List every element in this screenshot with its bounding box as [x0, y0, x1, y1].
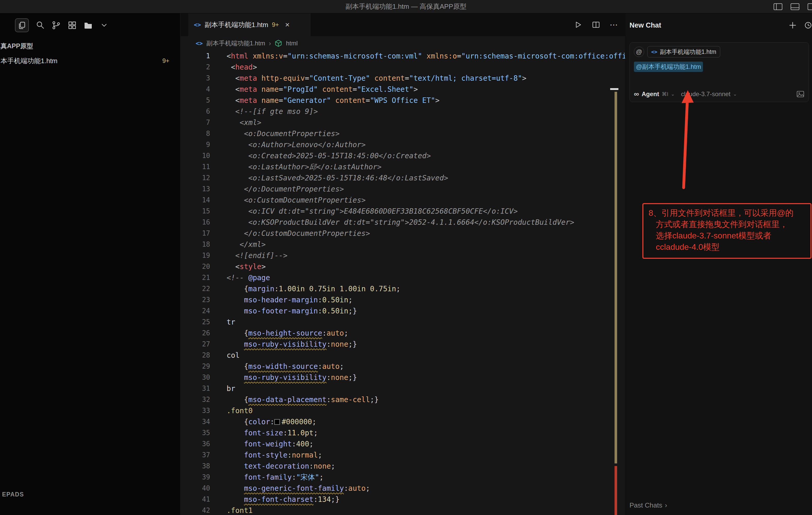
sidebar-section-label[interactable]: 真APP原型: [0, 42, 180, 50]
context-file-pill[interactable]: <> 副本手机端功能1.htm: [647, 46, 720, 57]
code-line[interactable]: 7 <xml>: [181, 117, 625, 128]
pill-file-name: 副本手机端功能1.htm: [660, 48, 716, 56]
agent-infinity-icon: ∞: [634, 90, 639, 98]
code-line[interactable]: 30 mso-ruby-visibility:none;}: [181, 372, 625, 383]
new-chat-plus-icon[interactable]: [788, 21, 797, 30]
code-line[interactable]: 10 <o:Created>2025-05-15T18:45:00</o:Cre…: [181, 150, 625, 161]
folder-icon[interactable]: [84, 21, 93, 30]
tab-title: 副本手机端功能1.htm: [205, 20, 268, 29]
code-line[interactable]: 6 <!--[if gte mso 9]>: [181, 106, 625, 117]
titlebar: 副本手机端功能1.htm — 高保真APP原型: [0, 0, 812, 13]
breadcrumb: <> 副本手机端功能1.htm › html: [181, 36, 625, 51]
code-line[interactable]: 5 <meta name="Generator" content="WPS Of…: [181, 95, 625, 106]
tab-modified-badge: 9+: [272, 21, 279, 28]
sidebar-toolbar: [0, 13, 180, 37]
explorer-copy-button[interactable]: [15, 18, 29, 32]
split-editor-icon[interactable]: [591, 20, 600, 29]
editor-group: <> 副本手机端功能1.htm 9+ × ⋯ <> 副本手机端功能1.htm ›…: [181, 13, 625, 515]
mention-row: @副本手机端功能1.htm: [634, 62, 805, 72]
code-line[interactable]: 28col: [181, 350, 625, 361]
attach-image-icon[interactable]: [796, 90, 805, 98]
file-modified-badge: 9+: [163, 57, 169, 64]
code-line[interactable]: 38 text-decoration:none;: [181, 461, 625, 472]
breadcrumb-file[interactable]: 副本手机端功能1.htm: [206, 39, 265, 48]
tab-active-file[interactable]: <> 副本手机端功能1.htm 9+ ×: [188, 13, 310, 36]
model-chevron-icon[interactable]: ⌄: [733, 91, 737, 97]
code-line[interactable]: 40 mso-generic-font-family:auto;: [181, 483, 625, 494]
code-line[interactable]: 13 </o:DocumentProperties>: [181, 183, 625, 195]
run-icon[interactable]: [574, 20, 582, 29]
sidebar-file-name: 本手机端功能1.htm: [1, 56, 57, 65]
code-line[interactable]: 15 <o:ICV dt:dt="string">E484E6860D0EF33…: [181, 206, 625, 217]
code-line[interactable]: 34 {color:#000000;: [181, 416, 625, 427]
git-branch-icon[interactable]: [52, 21, 61, 30]
copy-files-icon: [17, 21, 27, 30]
extensions-icon[interactable]: [67, 21, 77, 30]
code-line[interactable]: 27 mso-ruby-visibility:none;}: [181, 339, 625, 350]
code-line[interactable]: 4 <meta name="ProgId" content="Excel.She…: [181, 84, 625, 95]
breadcrumb-separator: ›: [269, 39, 271, 48]
code-line[interactable]: 23 mso-header-margin:0.50in;: [181, 294, 625, 306]
code-line[interactable]: 1<html xmlns:v="urn:schemas-microsoft-co…: [181, 51, 625, 62]
notepads-section-label[interactable]: EPADS: [2, 491, 24, 498]
search-icon[interactable]: [35, 21, 45, 30]
agent-mode-label[interactable]: Agent: [642, 90, 659, 98]
chat-input-box[interactable]: @ <> 副本手机端功能1.htm @副本手机端功能1.htm ∞ Agent …: [630, 42, 809, 102]
sidebar-file-item[interactable]: 本手机端功能1.htm 9+: [0, 54, 180, 68]
chevron-down-icon[interactable]: [99, 21, 109, 30]
code-editor[interactable]: 1<html xmlns:v="urn:schemas-microsoft-co…: [181, 51, 625, 515]
past-chats-link[interactable]: Past Chats ›: [630, 501, 667, 509]
code-line[interactable]: 8 <o:DocumentProperties>: [181, 128, 625, 139]
code-line[interactable]: 12 <o:LastSaved>2025-05-15T18:46:48</o:L…: [181, 172, 625, 183]
add-context-button[interactable]: @: [634, 47, 644, 57]
breadcrumb-symbol[interactable]: html: [286, 40, 297, 47]
code-line[interactable]: 32 {mso-data-placement:same-cell;}: [181, 394, 625, 405]
code-line[interactable]: 20 <style>: [181, 261, 625, 272]
code-line[interactable]: 42.font1: [181, 505, 625, 515]
code-lines: 1<html xmlns:v="urn:schemas-microsoft-co…: [181, 51, 625, 515]
code-line[interactable]: 9 <o:Author>Lenovo</o:Author>: [181, 139, 625, 150]
breadcrumb-file-icon: <>: [196, 40, 203, 47]
code-line[interactable]: 16 <o:KSOProductBuildVer dt:dt="string">…: [181, 217, 625, 228]
code-line[interactable]: 26 {mso-height-source:auto;: [181, 327, 625, 339]
code-line[interactable]: 25tr: [181, 317, 625, 327]
code-line[interactable]: 41 mso-font-charset:134;}: [181, 494, 625, 505]
minimap-cursor: [610, 88, 618, 90]
editor-actions: ⋯: [574, 13, 618, 36]
agent-row: ∞ Agent ⌘I ⌄ claude-3.7-sonnet ⌄: [634, 90, 805, 98]
overview-ruler-modified[interactable]: [614, 92, 617, 463]
tab-close-button[interactable]: ×: [285, 20, 290, 29]
html-symbol-icon: [274, 39, 282, 47]
file-mention-chip[interactable]: @副本手机端功能1.htm: [634, 62, 703, 72]
code-line[interactable]: 22 {margin:1.00in 0.75in 1.00in 0.75in;: [181, 283, 625, 294]
code-line[interactable]: 37 font-style:normal;: [181, 450, 625, 461]
toggle-panel-icon[interactable]: [773, 3, 783, 10]
code-line[interactable]: 18 </xml>: [181, 239, 625, 250]
toggle-layout-icon[interactable]: [790, 3, 800, 10]
code-line[interactable]: 35 font-size:11.0pt;: [181, 427, 625, 438]
code-line[interactable]: 33.font0: [181, 405, 625, 416]
agent-shortcut: ⌘I: [662, 91, 668, 97]
code-line[interactable]: 24 mso-footer-margin:0.50in;}: [181, 306, 625, 317]
code-line[interactable]: 31br: [181, 383, 625, 394]
window-title: 副本手机端功能1.htm — 高保真APP原型: [345, 2, 467, 11]
history-icon[interactable]: [804, 21, 812, 30]
code-line[interactable]: 19 <![endif]-->: [181, 250, 625, 261]
code-line[interactable]: 29 {mso-width-source:auto;: [181, 361, 625, 372]
window-controls: [773, 0, 812, 13]
more-actions-icon[interactable]: ⋯: [610, 20, 618, 30]
pill-file-icon: <>: [651, 49, 657, 55]
code-line[interactable]: 39 font-family:"宋体";: [181, 472, 625, 483]
code-line[interactable]: 11 <o:LastAuthor>邱</o:LastAuthor>: [181, 161, 625, 172]
code-line[interactable]: 14 <o:CustomDocumentProperties>: [181, 195, 625, 206]
model-selector[interactable]: claude-3.7-sonnet: [681, 90, 730, 98]
code-line[interactable]: 36 font-weight:400;: [181, 438, 625, 450]
code-line[interactable]: 2 <head>: [181, 62, 625, 73]
code-line[interactable]: 21<!-- @page: [181, 272, 625, 283]
code-line[interactable]: 17 </o:CustomDocumentProperties>: [181, 228, 625, 239]
agent-chevron-icon[interactable]: ⌄: [671, 91, 675, 97]
toggle-sidebar-icon[interactable]: [807, 3, 812, 10]
code-line[interactable]: 3 <meta http-equiv="Content-Type" conten…: [181, 73, 625, 84]
overview-ruler-errors[interactable]: [614, 466, 617, 515]
past-chats-label: Past Chats: [630, 501, 662, 509]
